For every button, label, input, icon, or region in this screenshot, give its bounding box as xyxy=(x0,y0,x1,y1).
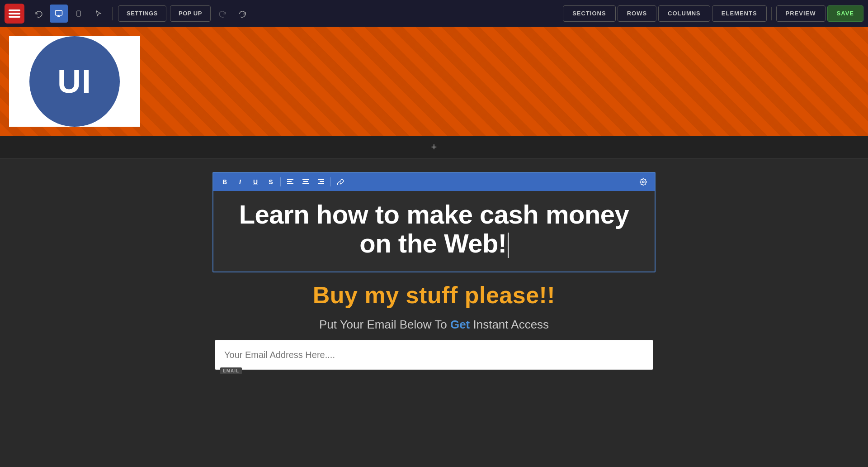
toolbar-right: SECTIONS ROWS COLUMNS ELEMENTS PREVIEW S… xyxy=(563,5,863,22)
email-badge: EMAIL xyxy=(220,367,242,374)
undo-button[interactable] xyxy=(30,5,48,23)
undo2-button[interactable] xyxy=(213,5,231,23)
svg-rect-8 xyxy=(302,183,309,184)
redo-button[interactable] xyxy=(233,5,251,23)
pointer-button[interactable] xyxy=(90,5,108,23)
add-row-icon: + xyxy=(431,141,437,153)
logo-container: UI xyxy=(9,36,140,127)
align-left-button[interactable] xyxy=(283,176,297,188)
svg-rect-9 xyxy=(318,179,324,180)
svg-rect-11 xyxy=(318,183,324,184)
header-section: UI xyxy=(0,27,868,136)
divider-1 xyxy=(112,7,113,20)
underline-button[interactable]: U xyxy=(249,176,262,188)
svg-rect-5 xyxy=(287,183,293,184)
align-center-button[interactable] xyxy=(299,176,312,188)
desktop-view-button[interactable] xyxy=(50,5,68,23)
email-intro-highlight: Get xyxy=(450,318,470,331)
align-right-button[interactable] xyxy=(314,176,328,188)
save-button[interactable]: SAVE xyxy=(827,5,863,22)
mobile-view-button[interactable] xyxy=(70,5,88,23)
toolbar: SETTINGS POP UP SECTIONS ROWS COLUMNS EL… xyxy=(0,0,868,27)
columns-button[interactable]: COLUMNS xyxy=(658,5,710,22)
header-content: UI xyxy=(0,27,868,136)
logo-icon xyxy=(9,10,20,18)
strikethrough-button[interactable]: S xyxy=(264,176,278,188)
preview-button[interactable]: PREVIEW xyxy=(776,5,826,22)
ui-logo-text: UI xyxy=(57,63,92,100)
email-section: Put Your Email Below To Get Instant Acce… xyxy=(212,318,656,370)
canvas-area: UI + B I U S xyxy=(0,27,868,467)
rows-button[interactable]: ROWS xyxy=(618,5,656,22)
main-headline: Learn how to make cash moneyon the Web! xyxy=(227,200,641,258)
fmt-divider xyxy=(280,177,281,186)
elements-button[interactable]: ELEMENTS xyxy=(712,5,767,22)
svg-rect-0 xyxy=(56,10,62,15)
link-button[interactable] xyxy=(334,176,347,188)
subheadline-text: Buy my stuff please!! xyxy=(212,281,656,309)
logo[interactable] xyxy=(5,4,24,24)
add-row-bar[interactable]: + xyxy=(0,136,868,158)
subheadline-block: Buy my stuff please!! xyxy=(212,281,656,309)
text-editor-block[interactable]: B I U S xyxy=(212,172,656,272)
svg-rect-6 xyxy=(302,179,309,180)
email-intro-suffix: Instant Access xyxy=(470,318,549,331)
email-intro-prefix: Put Your Email Below To xyxy=(319,318,450,331)
svg-rect-3 xyxy=(287,179,293,180)
email-input-wrapper: EMAIL xyxy=(215,340,653,370)
svg-rect-7 xyxy=(303,181,308,182)
italic-button[interactable]: I xyxy=(233,176,247,188)
sections-button[interactable]: SECTIONS xyxy=(563,5,615,22)
content-section: B I U S xyxy=(0,158,868,388)
ui-circle: UI xyxy=(29,36,120,127)
settings-gear-button[interactable] xyxy=(637,176,650,188)
svg-rect-4 xyxy=(287,181,292,182)
settings-button[interactable]: SETTINGS xyxy=(118,5,166,22)
email-input[interactable] xyxy=(215,340,653,370)
text-editor-content[interactable]: Learn how to make cash moneyon the Web! xyxy=(213,191,655,272)
svg-rect-10 xyxy=(320,181,324,182)
divider-2 xyxy=(771,7,772,20)
bold-button[interactable]: B xyxy=(218,176,231,188)
fmt-divider-2 xyxy=(330,177,331,186)
email-intro: Put Your Email Below To Get Instant Acce… xyxy=(212,318,656,332)
format-buttons: B I U S xyxy=(218,176,347,188)
text-editor-toolbar: B I U S xyxy=(213,173,655,191)
popup-button[interactable]: POP UP xyxy=(170,5,211,22)
svg-point-12 xyxy=(642,181,644,183)
text-cursor xyxy=(508,233,509,258)
